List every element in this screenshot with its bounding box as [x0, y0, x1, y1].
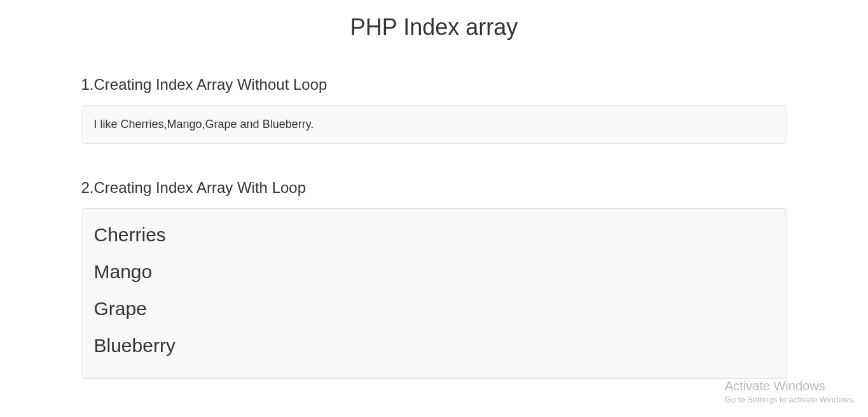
list-item: Grape [94, 298, 775, 319]
page-title: PHP Index array [81, 14, 787, 41]
output-text-1: I like Cherries,Mango,Grape and Blueberr… [94, 118, 775, 131]
list-item: Cherries [94, 224, 775, 245]
output-well-2: Cherries Mango Grape Blueberry [81, 208, 787, 379]
windows-activation-watermark: Activate Windows Go to Settings to activ… [725, 379, 855, 404]
watermark-subtitle: Go to Settings to activate Windows. [725, 395, 855, 404]
section-heading-1: 1.Creating Index Array Without Loop [81, 76, 787, 94]
list-item: Mango [94, 261, 775, 282]
output-well-1: I like Cherries,Mango,Grape and Blueberr… [81, 105, 787, 144]
watermark-title: Activate Windows [725, 379, 855, 393]
list-item: Blueberry [94, 335, 775, 356]
section-heading-2: 2.Creating Index Array With Loop [81, 179, 787, 197]
